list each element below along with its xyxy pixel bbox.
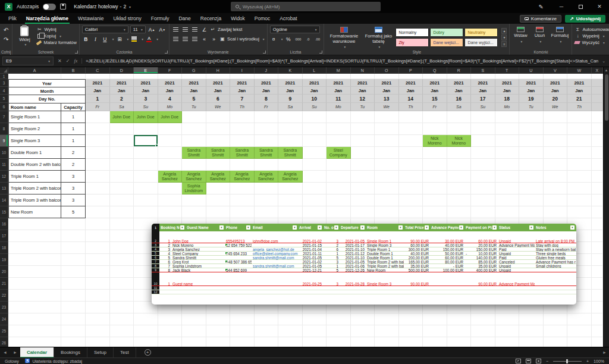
calendar-header-cell[interactable]: 13: [375, 95, 399, 103]
day-cell[interactable]: [255, 206, 279, 218]
row-header-20[interactable]: 20: [0, 266, 8, 278]
grid-cell[interactable]: [86, 278, 110, 290]
calendar-header-cell[interactable]: 2021: [399, 79, 423, 87]
grid-cell[interactable]: [592, 254, 604, 266]
grid-cell[interactable]: [592, 302, 604, 313]
calendar-header-cell[interactable]: 6: [206, 95, 231, 103]
grid-cell[interactable]: [61, 230, 86, 242]
grid-cell[interactable]: [567, 337, 592, 347]
grid-cell[interactable]: [110, 302, 134, 313]
day-cell[interactable]: [110, 194, 134, 206]
zoom-level[interactable]: 100%: [594, 359, 604, 363]
day-cell[interactable]: [206, 183, 231, 194]
ribbon-tab-acrobat[interactable]: Acrobat: [275, 14, 302, 24]
grid-cell[interactable]: [134, 313, 158, 325]
calendar-header-cell[interactable]: 2021: [134, 79, 158, 87]
day-cell[interactable]: [544, 206, 568, 218]
day-cell[interactable]: [495, 171, 520, 183]
borders-button[interactable]: ⊞: [116, 35, 124, 43]
vertical-scrollbar[interactable]: ▲: [603, 67, 609, 347]
selected-cell[interactable]: [134, 135, 158, 147]
day-cell[interactable]: [375, 123, 399, 135]
column-header-K[interactable]: K: [278, 67, 303, 74]
day-cell[interactable]: [471, 147, 495, 159]
calendar-header-cell[interactable]: 2021: [447, 79, 472, 87]
day-cell[interactable]: [182, 111, 206, 123]
grid-cell[interactable]: [182, 337, 206, 347]
day-cell[interactable]: [255, 183, 279, 194]
grid-cell[interactable]: [182, 325, 206, 337]
day-cell[interactable]: [351, 183, 375, 194]
filter-icon[interactable]: ▾: [425, 225, 429, 230]
row-header-11[interactable]: 11: [0, 159, 8, 171]
day-cell[interactable]: [375, 159, 399, 171]
day-cell[interactable]: [519, 183, 544, 194]
ribbon-tab-wstawianie[interactable]: Wstawianie: [73, 14, 108, 24]
bookings-column-header[interactable]: Payment on Place▾: [464, 225, 498, 230]
bookings-table-card[interactable]: 1Booking No.▾Guest Name▾Phone▾Email▾Arri…: [152, 224, 576, 305]
fill-color-button[interactable]: [130, 35, 138, 43]
grid-cell[interactable]: [86, 325, 110, 337]
insert-function-button[interactable]: fx: [74, 58, 77, 64]
column-header-J[interactable]: J: [255, 67, 279, 74]
calendar-header-cell[interactable]: 2021: [110, 79, 134, 87]
grid-cell[interactable]: [592, 278, 604, 290]
day-cell[interactable]: [423, 123, 447, 135]
grid-cell[interactable]: [327, 325, 351, 337]
page-layout-view-button[interactable]: [526, 359, 531, 363]
day-cell[interactable]: [134, 123, 158, 135]
expand-formula-bar-button[interactable]: ⌄: [598, 59, 609, 64]
day-cell[interactable]: [327, 183, 351, 194]
calendar-header-cell[interactable]: 17: [471, 95, 495, 103]
day-cell[interactable]: [399, 147, 423, 159]
grid-cell[interactable]: [303, 313, 327, 325]
calendar-header-cell[interactable]: 2021: [351, 79, 375, 87]
email-link[interactable]: sandra.shmitt@mail.com: [253, 264, 294, 268]
day-cell[interactable]: [447, 183, 472, 194]
grid-cell[interactable]: [519, 313, 544, 325]
cut-button[interactable]: ✂Wytnij: [36, 27, 76, 32]
day-cell[interactable]: [86, 123, 110, 135]
grid-cell[interactable]: [86, 290, 110, 302]
sheet-tab-bookings[interactable]: Bookings: [54, 347, 87, 358]
day-cell[interactable]: [206, 135, 231, 147]
booking-cell[interactable]: Angela Sanchez: [182, 171, 206, 183]
bookings-column-header[interactable]: No. of Nights▾: [323, 225, 340, 230]
day-cell[interactable]: [158, 194, 183, 206]
day-cell[interactable]: [399, 135, 423, 147]
grid-cell[interactable]: [110, 218, 134, 230]
bookings-row[interactable]: 98Jack Black544 852 6992021-12-2152021-1…: [152, 268, 576, 272]
grid-cell[interactable]: [8, 337, 61, 347]
calendar-header-cell[interactable]: [592, 87, 604, 95]
day-cell[interactable]: [495, 111, 520, 123]
grid-cell[interactable]: [8, 302, 61, 313]
day-cell[interactable]: [544, 159, 568, 171]
undo-button[interactable]: ↶: [4, 27, 8, 34]
column-header-P[interactable]: P: [399, 67, 423, 74]
calendar-header-cell[interactable]: Jan: [255, 87, 279, 95]
booking-cell[interactable]: John Doe: [134, 111, 158, 123]
font-size-select[interactable]: 11▾: [130, 26, 146, 33]
booking-cell[interactable]: Angela Sanchez: [255, 171, 279, 183]
grid-cell[interactable]: [61, 254, 86, 266]
align-left-button[interactable]: [172, 35, 180, 43]
decrease-decimal-button[interactable]: .00: [313, 35, 321, 43]
calendar-header-cell[interactable]: [592, 95, 604, 103]
booking-cell[interactable]: Angela Sanchez: [206, 171, 231, 183]
day-cell[interactable]: [592, 123, 604, 135]
day-cell[interactable]: [303, 111, 327, 123]
day-cell[interactable]: [86, 111, 110, 123]
column-header-Q[interactable]: Q: [423, 67, 447, 74]
grid-cell[interactable]: [592, 242, 604, 254]
day-cell[interactable]: [303, 206, 327, 218]
calendar-header-cell[interactable]: 14: [399, 95, 423, 103]
row-header-14[interactable]: 14: [0, 194, 8, 206]
column-header-R[interactable]: R: [447, 67, 472, 74]
day-cell[interactable]: [278, 206, 303, 218]
italic-button[interactable]: I: [92, 35, 99, 43]
filter-icon[interactable]: ▾: [492, 225, 497, 230]
calendar-header-cell[interactable]: Jan: [158, 87, 183, 95]
day-cell[interactable]: [206, 111, 231, 123]
calendar-header-cell[interactable]: 15: [423, 95, 447, 103]
grid-cell[interactable]: [375, 313, 399, 325]
